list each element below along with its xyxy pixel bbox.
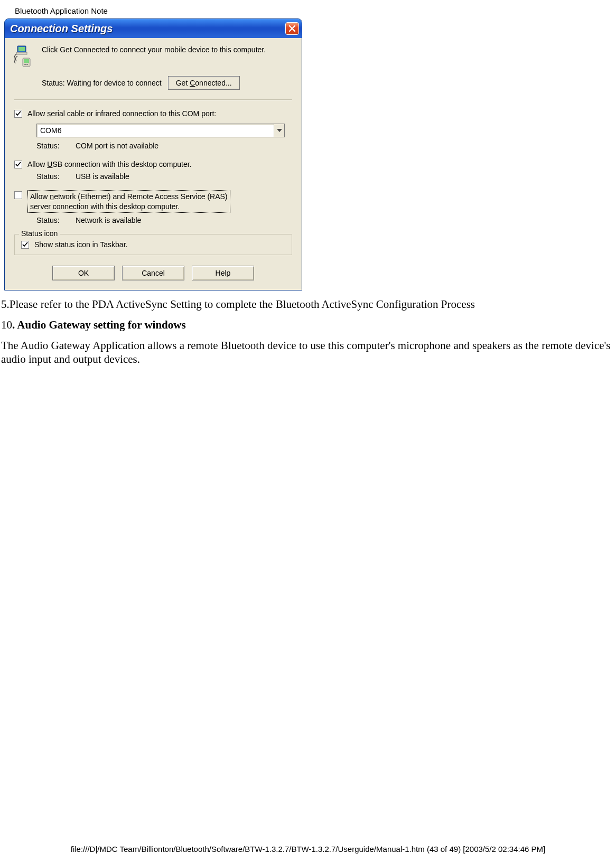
- page-footer: file:///D|/MDC Team/Billionton/Bluetooth…: [0, 845, 616, 853]
- serial-option-row: Allow serial cable or infrared connectio…: [14, 109, 292, 118]
- close-icon: [288, 25, 296, 32]
- com-port-combo[interactable]: COM6: [36, 124, 285, 137]
- usb-checkbox[interactable]: [14, 161, 22, 168]
- status-waiting-row: Status: Waiting for device to connect Ge…: [42, 76, 292, 90]
- dialog-body: Click Get Connected to connect your mobi…: [5, 38, 302, 290]
- check-icon: [15, 162, 21, 167]
- usb-option-row: Allow USB connection with this desktop c…: [14, 160, 292, 169]
- network-checkbox[interactable]: [14, 191, 22, 199]
- serial-status: Status: COM port is not available: [36, 142, 292, 150]
- serial-checkbox-label[interactable]: Allow serial cable or infrared connectio…: [27, 109, 216, 118]
- usb-status: Status: USB is available: [36, 172, 292, 181]
- usb-checkbox-label[interactable]: Allow USB connection with this desktop c…: [27, 160, 192, 169]
- svg-rect-5: [24, 64, 26, 65]
- status-label: Status: Waiting for device to connect: [42, 79, 162, 87]
- focus-rectangle: Allow network (Ethernet) and Remote Acce…: [27, 190, 230, 212]
- network-status: Status: Network is available: [36, 216, 292, 224]
- dialog-title: Connection Settings: [10, 23, 285, 35]
- svg-rect-4: [24, 59, 29, 63]
- svg-rect-1: [18, 47, 25, 51]
- serial-checkbox[interactable]: [14, 110, 22, 118]
- connection-settings-dialog: Connection Settings: [4, 18, 302, 290]
- chevron-down-icon[interactable]: [274, 124, 284, 137]
- taskbar-icon-checkbox[interactable]: [21, 241, 29, 249]
- check-icon: [15, 111, 21, 117]
- page-header: Bluetooth Application Note: [15, 6, 616, 15]
- divider: [14, 99, 292, 100]
- cancel-button[interactable]: Cancel: [122, 266, 184, 280]
- status-icon-legend: Status icon: [19, 229, 60, 238]
- audio-gateway-paragraph: The Audio Gateway Application allows a r…: [1, 339, 616, 365]
- section-10-heading: 10. Audio Gateway setting for windows: [1, 318, 616, 332]
- status-icon-group: Status icon Show status icon in Taskbar.: [14, 234, 292, 255]
- intro-text: Click Get Connected to connect your mobi…: [42, 45, 266, 55]
- dialog-titlebar[interactable]: Connection Settings: [5, 19, 302, 38]
- check-icon: [22, 242, 28, 248]
- help-button[interactable]: Help: [192, 266, 254, 280]
- get-connected-button[interactable]: Get Connected...: [168, 76, 240, 90]
- network-option-row: Allow network (Ethernet) and Remote Acce…: [14, 190, 292, 212]
- svg-rect-2: [16, 52, 27, 54]
- dialog-button-row: OK Cancel Help: [14, 266, 292, 280]
- close-button[interactable]: [285, 22, 299, 35]
- document-page: Bluetooth Application Note Connection Se…: [0, 0, 616, 863]
- com-port-value: COM6: [40, 126, 61, 135]
- svg-rect-6: [26, 64, 28, 65]
- intro-row: Click Get Connected to connect your mobi…: [14, 45, 292, 69]
- network-checkbox-label[interactable]: Allow network (Ethernet) and Remote Acce…: [27, 190, 230, 212]
- ok-button[interactable]: OK: [52, 266, 115, 280]
- connection-icon: [14, 45, 34, 69]
- taskbar-icon-label[interactable]: Show status icon in Taskbar.: [34, 240, 127, 249]
- step-5-text: 5.Please refer to the PDA ActiveSync Set…: [1, 298, 616, 311]
